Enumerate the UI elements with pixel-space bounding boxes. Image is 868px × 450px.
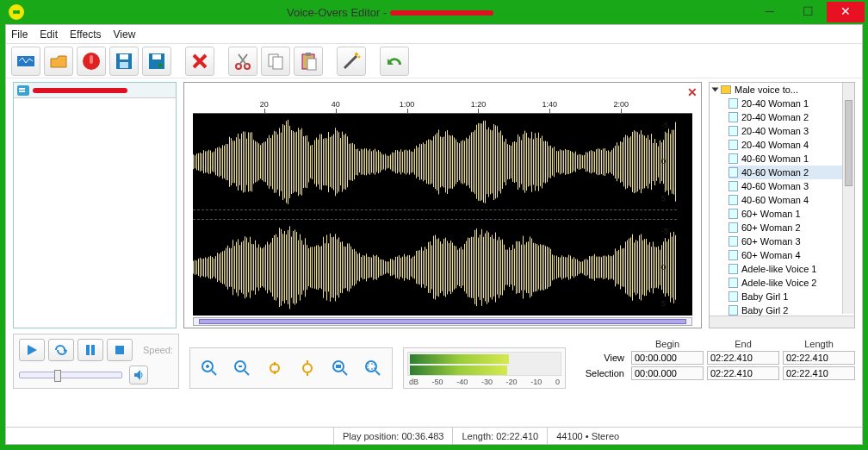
play-button[interactable] [19,339,45,361]
voice-preset-item[interactable]: Adele-like Voice 1 [728,262,854,276]
voice-v-scrollbar[interactable] [842,83,854,314]
undo-icon [384,51,405,72]
maximize-button[interactable]: ☐ [789,2,827,22]
page-icon [728,305,738,316]
magic-wand-icon [341,51,362,72]
voice-preset-item[interactable]: 40-60 Woman 2 [728,166,854,179]
voice-preset-item[interactable]: Baby Girl 1 [728,290,854,303]
voice-preset-item[interactable]: 20-40 Woman 3 [728,124,854,138]
scissors-icon [232,51,253,72]
selection-begin-field[interactable] [631,366,704,380]
minimize-button[interactable]: ─ [751,2,789,22]
cut-button[interactable] [228,47,257,76]
toolbar [6,44,862,78]
voice-preset-item[interactable]: 60+ Woman 4 [728,248,854,262]
position-slider[interactable] [19,372,122,378]
selection-end-field[interactable] [707,366,779,380]
meter-tick: -10 [530,378,542,386]
view-begin-field[interactable] [631,351,704,365]
voice-preset-label: Adele-like Voice 1 [741,264,816,274]
zoom-vertical-out-button[interactable] [295,356,319,380]
svg-rect-5 [120,62,128,68]
meter-tick: -50 [432,378,443,386]
paste-button[interactable] [294,47,323,76]
loop-button[interactable] [48,339,74,361]
page-icon [728,264,738,274]
menu-effects[interactable]: Effects [70,28,101,41]
stop-button[interactable] [107,339,133,361]
copy-button[interactable] [261,47,290,76]
open-button[interactable] [44,47,73,76]
floppy-arrow-icon [146,51,167,72]
waveform-h-scrollbar[interactable] [193,317,692,326]
voice-preset-label: 40-60 Woman 1 [741,153,809,164]
voice-preset-label: Adele-like Voice 2 [741,278,816,288]
record-button[interactable] [77,47,106,76]
track-header[interactable] [14,83,176,98]
view-end-field[interactable] [707,351,779,365]
meter-db-label: dB [409,378,418,386]
row-selection-label: Selection [576,368,628,378]
menu-view[interactable]: View [114,28,136,41]
microphone-icon [81,51,102,72]
selection-length-field[interactable] [783,366,855,380]
svg-rect-4 [120,54,128,59]
menu-file[interactable]: File [11,28,28,41]
menu-edit[interactable]: Edit [40,28,58,41]
voice-preset-item[interactable]: 20-40 Woman 2 [728,110,854,124]
window-titlebar: Voice-Overs Editor - ─ ☐ ✕ [0,0,868,24]
meter-tick: -20 [506,378,518,386]
volume-button[interactable] [129,366,148,384]
voice-preset-label: 60+ Woman 1 [741,209,801,219]
voice-preset-item[interactable]: 60+ Woman 1 [728,207,854,221]
undo-button[interactable] [380,47,409,76]
page-icon [728,181,738,191]
save-button[interactable] [109,47,139,76]
delete-button[interactable] [185,47,214,76]
voice-h-scrollbar[interactable] [710,316,854,328]
voice-preset-label: 20-40 Woman 1 [741,98,809,109]
zoom-selection-button[interactable] [361,356,385,380]
zoom-fit-button[interactable] [328,356,352,380]
zoom-fit-icon [332,359,349,377]
y-tick: 0 [661,158,666,166]
waveform-close-icon[interactable]: ✕ [687,85,698,99]
effects-button[interactable] [337,47,366,76]
svg-rect-2 [90,55,93,64]
zoom-in-button[interactable] [197,356,221,380]
pause-button[interactable] [78,339,103,361]
voice-preset-item[interactable]: 20-40 Woman 4 [728,138,854,152]
voice-preset-item[interactable]: Adele-like Voice 2 [728,276,854,290]
ruler-label: 20 [260,100,269,109]
svg-rect-0 [17,56,34,66]
voice-preset-label: 20-40 Woman 3 [741,126,809,136]
voice-preset-item[interactable]: 40-60 Woman 4 [728,193,854,207]
voice-preset-item[interactable]: 20-40 Woman 1 [728,97,854,110]
svg-point-21 [303,364,312,372]
page-icon [728,167,738,178]
zoom-vertical-in-button[interactable] [263,356,287,380]
voice-preset-item[interactable]: 60+ Woman 3 [728,234,854,248]
voice-preset-item[interactable]: 60+ Woman 2 [728,221,854,234]
track-name-redacted [33,88,127,93]
voice-preset-label: 60+ Woman 4 [741,250,801,260]
waveform-display[interactable]: -505 -505 [193,114,692,316]
svg-rect-11 [273,57,282,69]
voice-preset-item[interactable]: 40-60 Woman 3 [728,179,854,193]
time-ruler[interactable]: 20401:001:201:402:00 [193,100,692,114]
zoom-sel-icon [364,359,381,377]
floppy-icon [114,51,134,72]
new-wave-button[interactable] [11,47,40,76]
page-icon [728,222,738,233]
waveform-panel: ✕ 20401:001:201:402:00 -505 -505 [183,82,702,328]
zoom-out-button[interactable] [230,356,254,380]
close-button[interactable]: ✕ [827,2,865,22]
voice-preset-item[interactable]: 40-60 Woman 1 [728,152,854,166]
voice-preset-label: 20-40 Woman 2 [741,112,809,122]
save-as-button[interactable] [142,47,171,76]
status-length: Length: 02:22.410 [452,428,547,444]
ruler-label: 1:20 [471,100,487,109]
zoom-v-out-icon [299,359,316,377]
view-length-field[interactable] [783,351,855,365]
voice-tree-root[interactable]: Male voice to... [710,83,854,97]
